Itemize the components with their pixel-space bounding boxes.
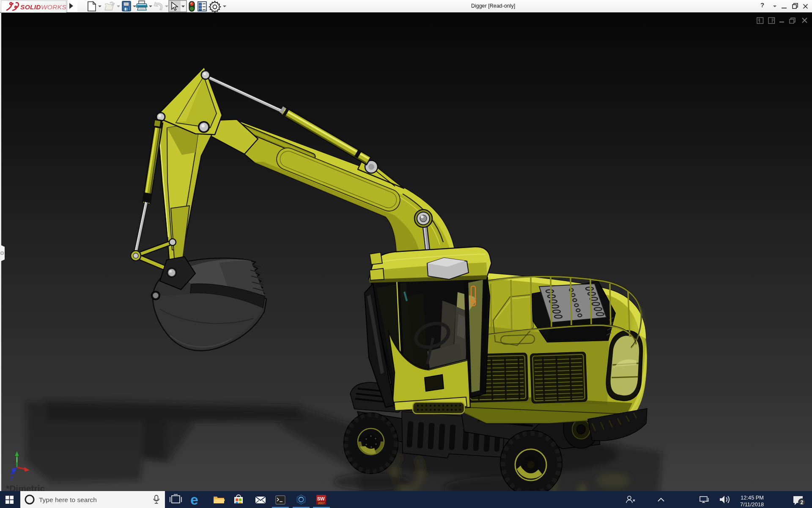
svg-text:2: 2 <box>801 500 804 505</box>
svg-text:2017: 2017 <box>318 502 325 505</box>
svg-text:SOLIDWORKS: SOLIDWORKS <box>20 3 66 11</box>
svg-text:Type here to search: Type here to search <box>39 496 97 503</box>
svg-text:7/11/2018: 7/11/2018 <box>740 501 764 508</box>
svg-text:SW: SW <box>317 496 325 501</box>
svg-text:12:45 PM: 12:45 PM <box>741 494 764 501</box>
svg-text:e: e <box>190 491 198 508</box>
